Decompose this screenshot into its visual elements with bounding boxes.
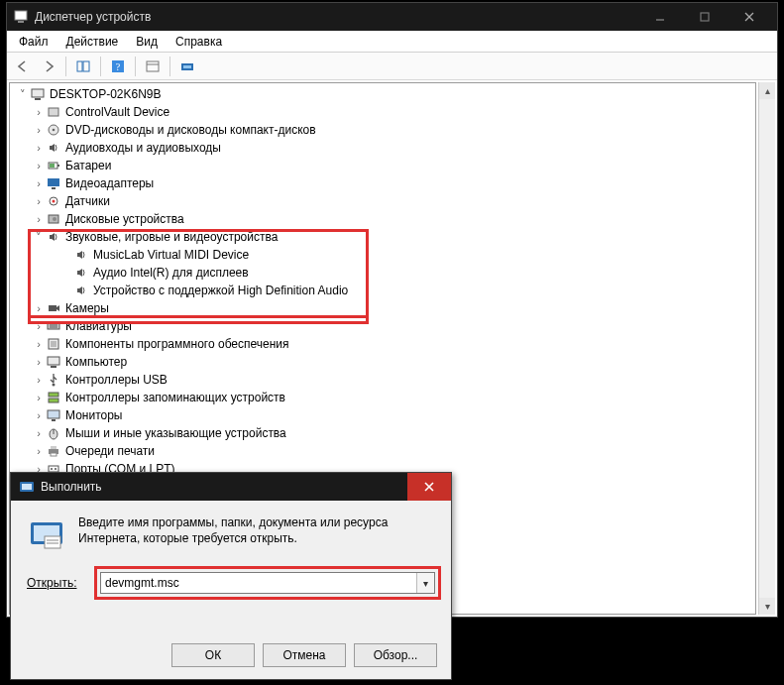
category-icon [46, 229, 61, 245]
expander-icon[interactable]: › [32, 160, 46, 171]
expander-icon[interactable]: › [32, 427, 46, 439]
minimize-button[interactable] [637, 3, 682, 31]
expander-icon[interactable]: ˅ [16, 88, 30, 101]
svg-rect-3 [701, 13, 709, 21]
tree-category[interactable]: ›Видеоадаптеры [14, 174, 755, 192]
menu-view[interactable]: Вид [128, 33, 166, 51]
svg-rect-36 [49, 393, 58, 397]
expander-icon[interactable]: › [32, 338, 46, 350]
run-title: Выполнить [41, 480, 407, 494]
tree-device[interactable]: Аудио Intel(R) для дисплеев [14, 264, 755, 282]
svg-rect-23 [52, 187, 56, 189]
vertical-scrollbar[interactable]: ▴ ▾ [758, 82, 775, 615]
browse-button[interactable]: Обзор... [354, 643, 437, 667]
tree-category[interactable]: ›Контроллеры USB [14, 371, 755, 389]
nav-forward-button[interactable] [37, 56, 60, 77]
dm-toolbar: ? [7, 53, 777, 80]
tree-device[interactable]: Устройство с поддержкой High Definition … [14, 282, 755, 299]
nav-back-button[interactable] [11, 56, 35, 77]
tree-category[interactable]: ›DVD-дисководы и дисководы компакт-диско… [14, 121, 755, 139]
expander-icon[interactable]: › [32, 302, 46, 314]
expander-icon[interactable]: › [32, 124, 46, 136]
run-close-button[interactable] [407, 473, 451, 501]
category-label: Камеры [63, 301, 109, 315]
svg-rect-49 [22, 484, 32, 490]
category-label: Мониторы [63, 408, 122, 422]
expander-icon[interactable]: › [32, 213, 46, 225]
expander-icon[interactable]: › [32, 106, 46, 118]
dm-titlebar[interactable]: Диспетчер устройств [7, 3, 777, 31]
device-label: Аудио Intel(R) для дисплеев [91, 266, 249, 280]
dm-title: Диспетчер устройств [35, 10, 637, 24]
maximize-button[interactable] [682, 3, 727, 31]
tree-category[interactable]: ›Очереди печати [14, 442, 755, 460]
svg-point-27 [53, 217, 56, 221]
expander-icon[interactable]: › [32, 409, 46, 421]
run-titlebar[interactable]: Выполнить [11, 473, 451, 501]
menu-file[interactable]: Файл [11, 33, 56, 51]
tree-device[interactable]: MusicLab Virtual MIDI Device [14, 246, 755, 264]
category-icon [46, 390, 61, 405]
category-icon [46, 140, 61, 156]
category-icon [46, 443, 61, 459]
category-label: Батареи [63, 159, 111, 172]
tree-category[interactable]: ›Камеры [14, 299, 755, 317]
category-label: Очереди печати [63, 444, 155, 458]
cancel-button[interactable]: Отмена [263, 643, 346, 667]
run-input[interactable] [100, 572, 435, 594]
svg-rect-21 [50, 164, 55, 168]
tree-category[interactable]: ›Датчики [14, 192, 755, 210]
svg-text:?: ? [116, 61, 121, 72]
tree-root[interactable]: ˅ DESKTOP-02K6N9B [14, 85, 755, 103]
run-icon [19, 479, 35, 495]
device-manager-icon [13, 9, 29, 25]
category-icon [46, 211, 61, 227]
show-hide-tree-button[interactable] [71, 56, 95, 77]
svg-rect-33 [48, 357, 59, 365]
category-label: Аудиовходы и аудиовыходы [63, 141, 221, 155]
chevron-down-icon[interactable]: ▾ [416, 573, 434, 593]
run-combobox[interactable]: ▾ [100, 572, 435, 594]
svg-rect-44 [51, 453, 56, 456]
ok-button[interactable]: ОК [171, 643, 255, 667]
expander-icon[interactable]: › [32, 445, 46, 457]
tree-category[interactable]: ›Клавиатуры [14, 317, 755, 335]
svg-point-18 [53, 129, 56, 132]
menu-help[interactable]: Справка [168, 33, 230, 51]
menu-action[interactable]: Действие [58, 33, 127, 51]
tree-category[interactable]: ›ControlVault Device [14, 103, 755, 121]
category-icon [46, 336, 61, 352]
expander-icon[interactable]: › [32, 320, 46, 332]
run-open-label: Открыть: [27, 576, 100, 590]
expander-icon[interactable]: › [32, 356, 46, 368]
tree-category[interactable]: ›Мыши и иные указывающие устройства [14, 424, 755, 442]
category-label: Звуковые, игровые и видеоустройства [63, 230, 278, 244]
scan-hardware-button[interactable] [175, 56, 199, 77]
tree-category[interactable]: ˅Звуковые, игровые и видеоустройства [14, 228, 755, 246]
expander-icon[interactable]: › [32, 392, 46, 403]
expander-icon[interactable]: › [32, 177, 46, 189]
tree-category[interactable]: ›Батареи [14, 157, 755, 174]
tree-category[interactable]: ›Дисковые устройства [14, 210, 755, 228]
tree-category[interactable]: ›Контроллеры запоминающих устройств [14, 389, 755, 406]
expander-icon[interactable]: › [32, 142, 46, 154]
expander-icon[interactable]: ˅ [32, 231, 46, 244]
device-label: MusicLab Virtual MIDI Device [91, 248, 249, 262]
expander-icon[interactable]: › [32, 195, 46, 207]
help-button[interactable]: ? [106, 56, 130, 77]
category-label: Контроллеры USB [63, 373, 168, 387]
tree-category[interactable]: ›Аудиовходы и аудиовыходы [14, 139, 755, 157]
close-button[interactable] [727, 3, 771, 31]
tree-category[interactable]: ›Компьютер [14, 353, 755, 371]
tree-category[interactable]: ›Мониторы [14, 406, 755, 424]
properties-button[interactable] [141, 56, 165, 77]
svg-rect-20 [57, 165, 59, 167]
scroll-down-button[interactable]: ▾ [759, 598, 775, 615]
svg-rect-1 [18, 21, 24, 23]
scroll-up-button[interactable]: ▴ [759, 82, 775, 99]
svg-rect-39 [52, 419, 56, 421]
category-icon [46, 193, 61, 209]
tree-category[interactable]: ›Компоненты программного обеспечения [14, 335, 755, 353]
svg-rect-10 [147, 61, 159, 71]
expander-icon[interactable]: › [32, 374, 46, 386]
